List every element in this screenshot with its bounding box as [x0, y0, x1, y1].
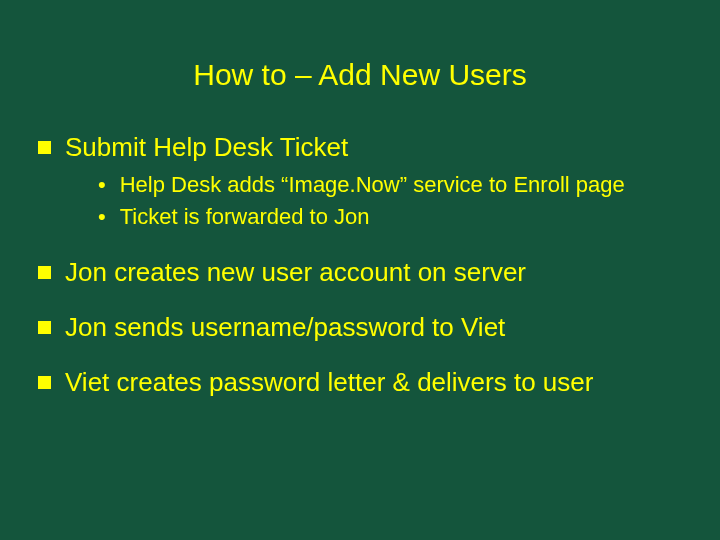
slide-title: How to – Add New Users	[0, 0, 720, 132]
bullet-square-icon	[38, 321, 51, 334]
list-item: Jon creates new user account on server	[38, 257, 690, 288]
slide-content: Submit Help Desk Ticket • Help Desk adds…	[0, 132, 720, 398]
list-item-label: Jon creates new user account on server	[65, 257, 526, 288]
sub-item-label: Ticket is forwarded to Jon	[120, 203, 370, 231]
list-item: • Ticket is forwarded to Jon	[98, 203, 690, 231]
bullet-dot-icon: •	[98, 203, 106, 231]
list-item: • Help Desk adds “Image.Now” service to …	[98, 171, 690, 199]
sub-item-label: Help Desk adds “Image.Now” service to En…	[120, 171, 625, 199]
bullet-dot-icon: •	[98, 171, 106, 199]
list-item-label: Submit Help Desk Ticket	[65, 132, 348, 163]
list-item-label: Jon sends username/password to Viet	[65, 312, 505, 343]
sub-list: • Help Desk adds “Image.Now” service to …	[38, 171, 690, 231]
list-item: Jon sends username/password to Viet	[38, 312, 690, 343]
list-item: Viet creates password letter & delivers …	[38, 367, 690, 398]
bullet-square-icon	[38, 376, 51, 389]
list-item: Submit Help Desk Ticket	[38, 132, 690, 163]
bullet-square-icon	[38, 266, 51, 279]
bullet-square-icon	[38, 141, 51, 154]
list-item-label: Viet creates password letter & delivers …	[65, 367, 593, 398]
